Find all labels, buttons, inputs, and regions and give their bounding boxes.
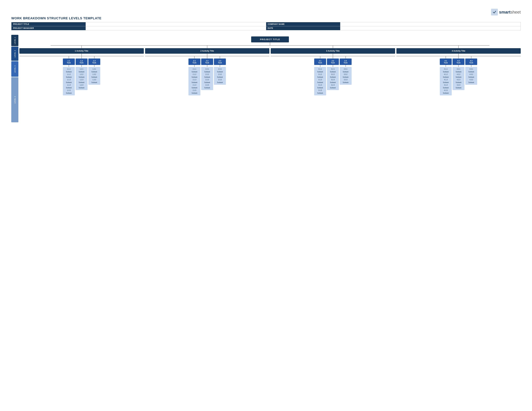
subtask-box-t22: 2.2.1Subtask2.2.2Subtask2.2.3Subtask2.2.… [201, 67, 213, 90]
meta-table: PROJECT TITLE COMPANY NAME PROJECT MANAG… [11, 22, 521, 30]
tasks-row-1: 1.1Task1.1.1Subtask1.1.2Subtask1.1.3Subt… [19, 56, 144, 95]
connector-vertical [220, 56, 220, 58]
activity-box-4: 4 Activity Title [396, 48, 521, 54]
subtask-box-t23: 2.3.1Subtask2.3.2Subtask2.3.3Subtask [214, 67, 226, 85]
task-group-3-3: 3.3Task3.3.1Subtask3.3.2Subtask3.3.3Subt… [340, 56, 352, 85]
connector-vertical [458, 46, 459, 48]
all-activities-wrap: 1 Activity Title1.1Task1.1.1Subtask1.1.2… [19, 46, 521, 95]
sidebar-level-2: LEVEL 2 [11, 47, 18, 61]
task-box-t32: 3.2Task [327, 58, 339, 65]
connector-and-acts: 1 Activity Title1.1Task1.1.1Subtask1.1.2… [19, 45, 521, 95]
wbs-diagram: LEVEL 1LEVEL 2LEVEL 3LEVEL 4 PROJECT TIT… [11, 35, 521, 123]
connector-vertical [446, 56, 446, 58]
task-hline-1 [19, 56, 144, 56]
logo-bold: smart [499, 10, 511, 15]
connector-vertical [345, 56, 346, 58]
row-level1: PROJECT TITLE [19, 35, 521, 42]
connector-vertical [194, 65, 195, 67]
task-box-t42: 4.2Task [453, 58, 465, 65]
meta-row-1: PROJECT TITLE COMPANY NAME [11, 22, 521, 26]
meta-val-date [340, 26, 521, 30]
task-hline-4 [396, 56, 521, 56]
task-group-3-1: 3.1Task3.1.1Subtask3.1.2Subtask3.1.3Subt… [314, 56, 326, 95]
task-box-t23: 2.3Task [214, 58, 226, 65]
sidebar-level-3: LEVEL 3 [11, 61, 18, 77]
tasks-row-2: 2.1Task2.1.1Subtask2.1.2Subtask2.1.3Subt… [145, 56, 270, 95]
tasks-row-4: 4.1Task4.1.1Subtask4.1.2Subtask4.1.3Subt… [396, 56, 521, 95]
connector-vertical [207, 56, 207, 58]
connector-vertical [220, 65, 220, 67]
meta-label-company-name: COMPANY NAME [266, 22, 340, 26]
connector-vertical [81, 65, 82, 67]
project-title-box: PROJECT TITLE [251, 37, 289, 42]
subtask-box-t43: 4.3.1Subtask4.3.2Subtask4.3.3Subtask [465, 67, 477, 85]
task-box-t13: 1.3Task [88, 58, 100, 65]
subtask-box-t11: 1.1.1Subtask1.1.2Subtask1.1.3Subtask1.1.… [63, 67, 75, 95]
connector-vertical [270, 42, 270, 45]
subtask-box-t21: 2.1.1Subtask2.1.2Subtask2.1.3Subtask2.1.… [189, 67, 200, 95]
meta-val-company-name [340, 22, 521, 26]
page: smartsheet WORK BREAKDOWN STRUCTURE LEVE… [6, 5, 526, 127]
task-box-t12: 1.2Task [76, 58, 87, 65]
connector-vertical [94, 56, 95, 58]
connector-vertical [333, 46, 333, 48]
sidebar-level-4: LEVEL 4 [11, 77, 18, 122]
connector-vertical [207, 46, 207, 48]
task-box-t33: 3.3Task [340, 58, 352, 65]
task-group-2-3: 2.3Task2.3.1Subtask2.3.2Subtask2.3.3Subt… [214, 56, 226, 85]
subtask-box-t42: 4.2.1Subtask4.2.2Subtask4.2.3Subtask4.2.… [453, 67, 465, 90]
task-box-t21: 2.1Task [189, 58, 200, 65]
connector-vertical [320, 65, 320, 67]
connector-vertical [333, 56, 333, 58]
meta-label-project-title: PROJECT TITLE [11, 22, 86, 26]
connector-vertical [458, 65, 459, 67]
top-bar: smartsheet [11, 9, 521, 16]
task-group-3-2: 3.2Task3.2.1Subtask3.2.2Subtask3.2.3Subt… [327, 56, 339, 90]
task-box-t43: 4.3Task [465, 58, 477, 65]
connector-vertical [471, 65, 471, 67]
connector-vertical [81, 46, 82, 48]
logo-text: smartsheet [499, 10, 521, 15]
wbs-body: PROJECT TITLE1 Activity Title1.1Task1.1.… [19, 35, 521, 123]
connector-vertical [207, 54, 207, 56]
connector-vertical [69, 56, 69, 58]
connector-vertical [81, 54, 82, 56]
task-group-4-2: 4.2Task4.2.1Subtask4.2.2Subtask4.2.3Subt… [453, 56, 465, 90]
activity-box-2: 2 Activity Title [145, 48, 270, 54]
task-group-4-1: 4.1Task4.1.1Subtask4.1.2Subtask4.1.3Subt… [440, 56, 452, 95]
task-box-t41: 4.1Task [440, 58, 452, 65]
task-group-1-1: 1.1Task1.1.1Subtask1.1.2Subtask1.1.3Subt… [63, 56, 75, 95]
task-group-2-2: 2.2Task2.2.1Subtask2.2.2Subtask2.2.3Subt… [201, 56, 213, 90]
task-box-t31: 3.1Task [314, 58, 326, 65]
meta-label-date: DATE [266, 26, 340, 30]
connector-vertical [320, 56, 320, 58]
subtask-box-t32: 3.2.1Subtask3.2.2Subtask3.2.3Subtask3.2.… [327, 67, 339, 90]
activity-box-1: 1 Activity Title [19, 48, 144, 54]
task-group-1-3: 1.3Task1.3.1Subtask1.3.2Subtask1.3.3Subt… [88, 56, 100, 85]
task-box-t11: 1.1Task [63, 58, 75, 65]
task-group-2-1: 2.1Task2.1.1Subtask2.1.2Subtask2.1.3Subt… [189, 56, 200, 95]
subtask-box-t31: 3.1.1Subtask3.1.2Subtask3.1.3Subtask3.1.… [314, 67, 326, 95]
meta-val-project-manager [86, 26, 266, 30]
activity-group-1: 1 Activity Title1.1Task1.1.1Subtask1.1.2… [19, 46, 144, 95]
tasks-row-3: 3.1Task3.1.1Subtask3.1.2Subtask3.1.3Subt… [271, 56, 395, 95]
sidebar-level-1: LEVEL 1 [11, 35, 18, 46]
logo-light: sheet [510, 10, 521, 15]
meta-row-2: PROJECT MANAGER DATE [11, 26, 521, 30]
connector-vertical [458, 56, 459, 58]
activity-group-3: 3 Activity Title3.1Task3.1.1Subtask3.1.2… [271, 46, 395, 95]
smartsheet-checkmark-icon [492, 10, 497, 14]
task-box-t22: 2.2Task [201, 58, 213, 65]
task-group-1-2: 1.2Task1.2.1Subtask1.2.2Subtask1.2.3Subt… [76, 56, 87, 90]
connector-vertical [194, 56, 195, 58]
connector-vertical [69, 65, 69, 67]
subtask-box-t13: 1.3.1Subtask1.3.2Subtask1.3.3Subtask [88, 67, 100, 85]
task-hline-3 [271, 56, 395, 56]
logo-icon-wrap [491, 9, 498, 16]
activity-box-3: 3 Activity Title [271, 48, 395, 54]
connector-vertical [94, 65, 95, 67]
meta-val-project-title [86, 22, 266, 26]
smartsheet-logo: smartsheet [491, 9, 521, 16]
subtask-box-t33: 3.3.1Subtask3.3.2Subtask3.3.3Subtask [340, 67, 352, 85]
connector-vertical [81, 56, 82, 58]
